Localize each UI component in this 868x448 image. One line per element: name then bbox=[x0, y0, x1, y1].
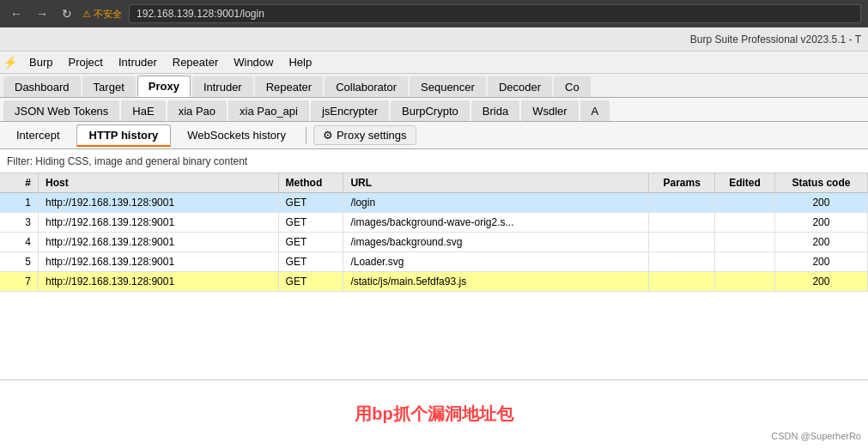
table-cell-1: http://192.168.139.128:9001 bbox=[38, 233, 278, 252]
table-cell-0: 1 bbox=[0, 193, 38, 213]
tab-jsencrypter[interactable]: jsEncrypter bbox=[311, 100, 389, 121]
table-cell-0: 3 bbox=[0, 213, 38, 233]
subtab-divider bbox=[306, 127, 307, 144]
watermark: CSDN @SuperherRo bbox=[771, 431, 861, 441]
forward-button[interactable]: → bbox=[33, 5, 52, 22]
table-cell-4 bbox=[649, 252, 715, 272]
table-cell-2: GET bbox=[278, 233, 343, 252]
table-cell-6: 200 bbox=[774, 252, 867, 272]
proxy-settings-label: Proxy settings bbox=[337, 129, 407, 142]
col-header-status[interactable]: Status code bbox=[774, 173, 867, 193]
address-text: 192.168.139.128:9001/login bbox=[137, 8, 264, 20]
tab-json-web-tokens[interactable]: JSON Web Tokens bbox=[3, 100, 119, 121]
table-cell-2: GET bbox=[278, 252, 343, 272]
col-header-hash[interactable]: # bbox=[0, 173, 38, 193]
main-tab-bar: Dashboard Target Proxy Intruder Repeater… bbox=[0, 74, 868, 98]
tab-xia-pao[interactable]: xia Pao bbox=[167, 100, 227, 121]
menu-bar: ⚡ Burp Project Intruder Repeater Window … bbox=[0, 51, 868, 74]
table-cell-0: 4 bbox=[0, 233, 38, 252]
table-cell-6: 200 bbox=[774, 193, 867, 213]
http-history-table: # Host Method URL Params Edited Status c… bbox=[0, 173, 868, 379]
tab-co[interactable]: Co bbox=[554, 76, 591, 97]
table-cell-5 bbox=[715, 233, 775, 252]
tab-wsdler[interactable]: Wsdler bbox=[521, 100, 578, 121]
address-bar[interactable]: 192.168.139.128:9001/login bbox=[129, 4, 861, 23]
burp-window: Burp Suite Professional v2023.5.1 - T ⚡ … bbox=[0, 27, 868, 448]
table-cell-0: 7 bbox=[0, 272, 38, 292]
table-cell-0: 5 bbox=[0, 252, 38, 272]
menu-burp[interactable]: Burp bbox=[22, 54, 59, 70]
back-button[interactable]: ← bbox=[7, 5, 26, 22]
table-cell-3: /static/js/main.5efdfa93.js bbox=[343, 272, 649, 292]
tab-target[interactable]: Target bbox=[82, 76, 136, 97]
table-row[interactable]: 1http://192.168.139.128:9001GET/login200 bbox=[0, 193, 868, 213]
annotation-area: 用bp抓个漏洞地址包 bbox=[0, 379, 868, 448]
table-cell-3: /images/background-wave-orig2.s... bbox=[343, 213, 649, 233]
title-bar: Burp Suite Professional v2023.5.1 - T bbox=[0, 27, 868, 51]
table-cell-4 bbox=[649, 213, 715, 233]
table-cell-1: http://192.168.139.128:9001 bbox=[38, 193, 278, 213]
col-header-params[interactable]: Params bbox=[649, 173, 715, 193]
title-text: Burp Suite Professional v2023.5.1 - T bbox=[690, 33, 861, 45]
tab-intruder[interactable]: Intruder bbox=[192, 76, 253, 97]
table-cell-4 bbox=[649, 272, 715, 292]
tab-proxy[interactable]: Proxy bbox=[137, 76, 191, 97]
table-cell-2: GET bbox=[278, 193, 343, 213]
tab-xia-pao-api[interactable]: xia Pao_api bbox=[228, 100, 309, 121]
table-cell-2: GET bbox=[278, 272, 343, 292]
table-row[interactable]: 7http://192.168.139.128:9001GET/static/j… bbox=[0, 272, 868, 292]
table-cell-6: 200 bbox=[774, 213, 867, 233]
col-header-edited[interactable]: Edited bbox=[715, 173, 775, 193]
table-cell-3: /Loader.svg bbox=[343, 252, 649, 272]
browser-bar: ← → ↻ ⚠ 不安全 192.168.139.128:9001/login bbox=[0, 0, 868, 27]
col-header-url[interactable]: URL bbox=[343, 173, 649, 193]
col-header-host[interactable]: Host bbox=[38, 173, 278, 193]
security-warning: ⚠ 不安全 bbox=[82, 8, 122, 21]
table-cell-1: http://192.168.139.128:9001 bbox=[38, 252, 278, 272]
table-cell-4 bbox=[649, 233, 715, 252]
menu-intruder[interactable]: Intruder bbox=[112, 54, 164, 70]
extra-tab-bar: JSON Web Tokens HaE xia Pao xia Pao_api … bbox=[0, 98, 868, 122]
tab-collaborator[interactable]: Collaborator bbox=[325, 76, 408, 97]
tab-hae[interactable]: HaE bbox=[121, 100, 165, 121]
table-cell-4 bbox=[649, 193, 715, 213]
proxy-settings-button[interactable]: ⚙ Proxy settings bbox=[313, 125, 416, 145]
filter-bar[interactable]: Filter: Hiding CSS, image and general bi… bbox=[0, 149, 868, 173]
proxy-subtab-bar: Intercept HTTP history WebSockets histor… bbox=[0, 122, 868, 149]
table-cell-6: 200 bbox=[774, 272, 867, 292]
table-row[interactable]: 3http://192.168.139.128:9001GET/images/b… bbox=[0, 213, 868, 233]
table-cell-5 bbox=[715, 252, 775, 272]
tab-decoder[interactable]: Decoder bbox=[488, 76, 552, 97]
gear-icon: ⚙ bbox=[323, 129, 333, 142]
tab-burpcrypto[interactable]: BurpCrypto bbox=[391, 100, 470, 121]
subtab-http-history[interactable]: HTTP history bbox=[76, 124, 172, 147]
tab-sequencer[interactable]: Sequencer bbox=[410, 76, 486, 97]
col-header-method[interactable]: Method bbox=[278, 173, 343, 193]
tab-repeater[interactable]: Repeater bbox=[255, 76, 323, 97]
table-header-row: # Host Method URL Params Edited Status c… bbox=[0, 173, 868, 193]
tab-a[interactable]: A bbox=[580, 100, 610, 121]
reload-button[interactable]: ↻ bbox=[58, 5, 76, 22]
table-cell-5 bbox=[715, 272, 775, 292]
menu-window[interactable]: Window bbox=[227, 54, 280, 70]
subtab-intercept[interactable]: Intercept bbox=[3, 124, 73, 146]
annotation-text: 用bp抓个漏洞地址包 bbox=[355, 403, 513, 426]
table-cell-5 bbox=[715, 213, 775, 233]
table-cell-3: /images/background.svg bbox=[343, 233, 649, 252]
menu-repeater[interactable]: Repeater bbox=[166, 54, 225, 70]
menu-project[interactable]: Project bbox=[61, 54, 109, 70]
tab-dashboard[interactable]: Dashboard bbox=[3, 76, 81, 97]
table-row[interactable]: 5http://192.168.139.128:9001GET/Loader.s… bbox=[0, 252, 868, 272]
table-cell-5 bbox=[715, 193, 775, 213]
table-cell-2: GET bbox=[278, 213, 343, 233]
table-row[interactable]: 4http://192.168.139.128:9001GET/images/b… bbox=[0, 233, 868, 252]
table-body: 1http://192.168.139.128:9001GET/login200… bbox=[0, 193, 868, 292]
table-cell-3: /login bbox=[343, 193, 649, 213]
table-cell-1: http://192.168.139.128:9001 bbox=[38, 272, 278, 292]
filter-text: Filter: Hiding CSS, image and general bi… bbox=[7, 155, 247, 167]
table-cell-6: 200 bbox=[774, 233, 867, 252]
table-cell-1: http://192.168.139.128:9001 bbox=[38, 213, 278, 233]
menu-help[interactable]: Help bbox=[282, 54, 319, 70]
tab-brida[interactable]: Brida bbox=[471, 100, 519, 121]
subtab-websockets[interactable]: WebSockets history bbox=[174, 124, 299, 146]
